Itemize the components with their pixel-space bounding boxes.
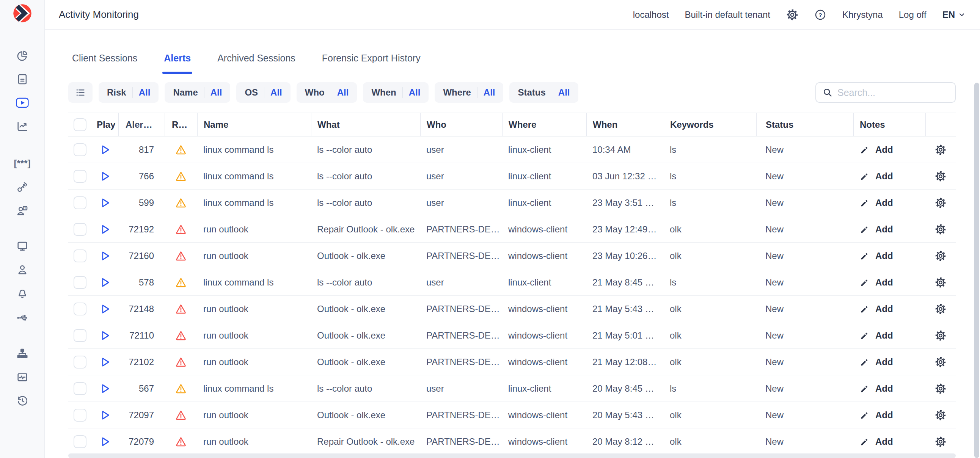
row-settings-icon[interactable] <box>935 171 946 182</box>
add-note-button[interactable]: Add <box>859 357 893 367</box>
row-checkbox[interactable] <box>73 329 86 342</box>
filter-chip-os[interactable]: OSAll <box>236 82 290 103</box>
sidebar-item-access-keys[interactable] <box>0 175 45 199</box>
add-note-button[interactable]: Add <box>859 304 893 314</box>
sidebar-item-history[interactable] <box>0 389 45 412</box>
filter-list-button[interactable] <box>68 82 92 103</box>
col-keywords[interactable]: Keywords <box>664 113 756 136</box>
play-session-button[interactable] <box>99 144 111 156</box>
play-session-button[interactable] <box>99 171 111 182</box>
sidebar-item-reports[interactable] <box>0 67 45 91</box>
add-note-button[interactable]: Add <box>859 383 893 394</box>
sidebar-item-password-vault[interactable]: [***] <box>0 152 45 175</box>
tab-archived-sessions[interactable]: Archived Sessions <box>213 48 299 73</box>
tab-alerts[interactable]: Alerts <box>160 48 194 73</box>
sidebar-item-screen-capture[interactable] <box>0 366 45 389</box>
col-when[interactable]: When <box>586 113 664 136</box>
play-session-button[interactable] <box>99 383 111 394</box>
settings-gear-icon[interactable] <box>786 9 798 21</box>
add-note-button[interactable]: Add <box>859 197 893 208</box>
row-checkbox[interactable] <box>73 223 86 236</box>
username-label[interactable]: Khrystyna <box>842 10 883 20</box>
add-note-button[interactable]: Add <box>859 410 893 420</box>
col-status[interactable]: Status <box>756 113 853 136</box>
play-session-button[interactable] <box>99 356 111 368</box>
play-session-button[interactable] <box>99 197 111 208</box>
col-play[interactable]: Play <box>92 113 118 136</box>
sidebar-item-dashboard[interactable] <box>0 44 45 67</box>
logoff-button[interactable]: Log off <box>899 10 926 20</box>
row-checkbox[interactable] <box>73 302 86 315</box>
search-input[interactable] <box>837 87 949 98</box>
add-note-button[interactable]: Add <box>859 145 893 155</box>
play-session-button[interactable] <box>99 250 111 262</box>
row-settings-icon[interactable] <box>935 277 946 288</box>
play-session-button[interactable] <box>99 330 111 341</box>
col-where[interactable]: Where <box>502 113 586 136</box>
row-settings-icon[interactable] <box>935 436 946 447</box>
add-note-button[interactable]: Add <box>859 436 893 447</box>
add-note-button[interactable]: Add <box>859 251 893 261</box>
row-checkbox[interactable] <box>73 143 86 156</box>
play-session-button[interactable] <box>99 303 111 315</box>
col-who[interactable]: Who <box>420 113 502 136</box>
col-alert[interactable]: Aler… <box>118 113 165 136</box>
row-checkbox[interactable] <box>73 250 86 262</box>
row-settings-icon[interactable] <box>935 409 946 421</box>
add-note-button[interactable]: Add <box>859 224 893 235</box>
tab-forensic-export-history[interactable]: Forensic Export History <box>318 48 425 73</box>
sidebar-item-usb-devices[interactable] <box>0 305 45 328</box>
app-logo-icon[interactable] <box>11 2 33 24</box>
table-header: Play Aler… R… Name What Who Where When K… <box>68 113 956 137</box>
tab-client-sessions[interactable]: Client Sessions <box>68 48 141 73</box>
filter-chip-when[interactable]: WhenAll <box>363 82 429 103</box>
col-name[interactable]: Name <box>197 113 311 136</box>
filter-chip-who[interactable]: WhoAll <box>297 82 357 103</box>
play-session-button[interactable] <box>99 224 111 235</box>
sidebar-item-analytics[interactable] <box>0 114 45 138</box>
alert-when: 20 May 8:12 … <box>586 428 664 455</box>
language-selector[interactable]: EN <box>942 10 966 20</box>
select-all-checkbox[interactable] <box>73 118 86 131</box>
sidebar-item-users[interactable] <box>0 258 45 281</box>
filter-chip-status[interactable]: StatusAll <box>509 82 578 103</box>
row-settings-icon[interactable] <box>935 144 946 156</box>
sidebar-item-session-player[interactable] <box>0 91 45 114</box>
add-note-button[interactable]: Add <box>859 330 893 341</box>
row-settings-icon[interactable] <box>935 330 946 341</box>
row-settings-icon[interactable] <box>935 303 946 315</box>
row-settings-icon[interactable] <box>935 250 946 262</box>
row-checkbox[interactable] <box>73 170 86 183</box>
row-checkbox[interactable] <box>73 196 86 209</box>
help-icon[interactable]: ? <box>814 9 826 21</box>
play-session-button[interactable] <box>99 436 111 447</box>
filter-chip-risk[interactable]: RiskAll <box>99 82 159 103</box>
add-note-button[interactable]: Add <box>859 277 893 288</box>
sidebar-item-user-requests[interactable]: ? <box>0 199 45 222</box>
sidebar-item-monitors[interactable] <box>0 234 45 258</box>
filter-chip-where[interactable]: WhereAll <box>434 82 503 103</box>
bell-icon <box>16 286 29 299</box>
user-icon <box>16 263 29 276</box>
row-settings-icon[interactable] <box>935 383 946 394</box>
sidebar-item-notifications[interactable] <box>0 281 45 305</box>
tenant-label[interactable]: Built-in default tenant <box>684 10 770 20</box>
col-what[interactable]: What <box>311 113 420 136</box>
horizontal-scrollbar[interactable] <box>68 453 956 458</box>
col-notes[interactable]: Notes <box>853 113 925 136</box>
row-checkbox[interactable] <box>73 276 86 289</box>
row-checkbox[interactable] <box>73 409 86 421</box>
play-session-button[interactable] <box>99 277 111 288</box>
row-settings-icon[interactable] <box>935 197 946 208</box>
vertical-scrollbar-thumb[interactable] <box>974 83 979 458</box>
add-note-button[interactable]: Add <box>859 171 893 181</box>
row-checkbox[interactable] <box>73 435 86 448</box>
row-checkbox[interactable] <box>73 382 86 395</box>
row-settings-icon[interactable] <box>935 224 946 235</box>
col-risk[interactable]: R… <box>165 113 197 136</box>
row-settings-icon[interactable] <box>935 356 946 368</box>
row-checkbox[interactable] <box>73 356 86 369</box>
filter-chip-name[interactable]: NameAll <box>165 82 230 103</box>
sidebar-item-infrastructure[interactable] <box>0 342 45 366</box>
play-session-button[interactable] <box>99 409 111 421</box>
